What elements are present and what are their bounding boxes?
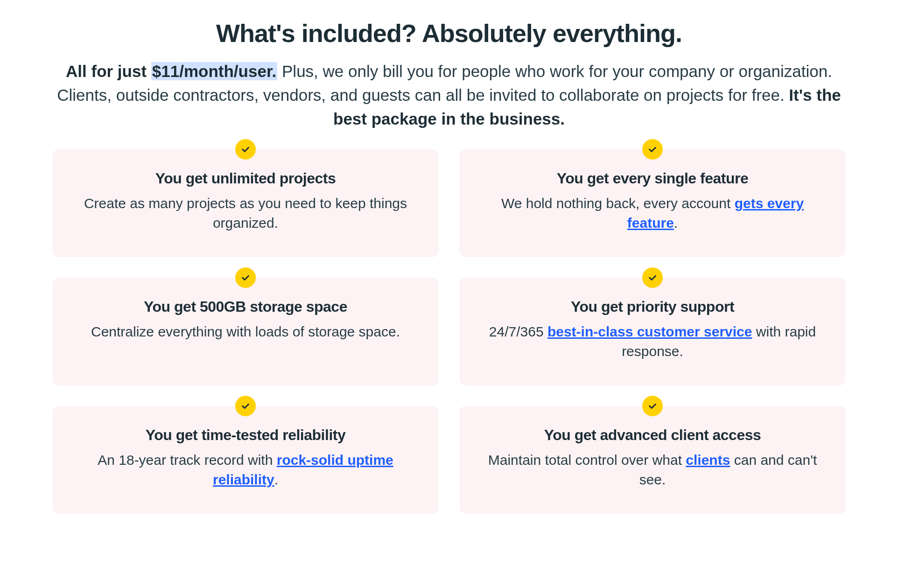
- feature-description: 24/7/365 best-in-class customer service …: [478, 322, 827, 361]
- check-icon: [235, 139, 256, 160]
- feature-card-storage: You get 500GB storage space Centralize e…: [52, 278, 439, 385]
- feature-description: Create as many projects as you need to k…: [71, 194, 420, 233]
- feature-title: You get every single feature: [478, 170, 827, 187]
- feature-card-every-feature: You get every single feature We hold not…: [459, 149, 846, 257]
- clients-link[interactable]: clients: [686, 452, 730, 468]
- feature-grid: You get unlimited projects Create as man…: [52, 149, 846, 514]
- feature-title: You get priority support: [478, 298, 827, 315]
- feature-title: You get advanced client access: [478, 427, 827, 444]
- price-highlight: $11/month/user.: [151, 62, 277, 80]
- feature-title: You get time-tested reliability: [71, 427, 420, 444]
- feature-description: An 18-year track record with rock-solid …: [71, 450, 420, 490]
- customer-service-link[interactable]: best-in-class customer service: [547, 324, 752, 339]
- feature-description: Maintain total control over what clients…: [478, 450, 827, 490]
- feature-card-reliability: You get time-tested reliability An 18-ye…: [52, 406, 439, 514]
- intro-lead: All for just $11/month/user.: [66, 62, 277, 80]
- check-icon: [235, 267, 256, 288]
- check-icon: [235, 396, 256, 416]
- check-icon: [642, 267, 663, 288]
- check-icon: [642, 139, 663, 160]
- feature-card-unlimited-projects: You get unlimited projects Create as man…: [52, 149, 439, 257]
- feature-title: You get unlimited projects: [71, 170, 420, 187]
- feature-description: We hold nothing back, every account gets…: [478, 194, 827, 233]
- feature-card-priority-support: You get priority support 24/7/365 best-i…: [459, 278, 846, 385]
- feature-title: You get 500GB storage space: [71, 298, 420, 315]
- intro-paragraph: All for just $11/month/user. Plus, we on…: [57, 60, 841, 131]
- feature-card-client-access: You get advanced client access Maintain …: [459, 406, 846, 514]
- check-icon: [642, 396, 663, 416]
- feature-description: Centralize everything with loads of stor…: [71, 322, 420, 342]
- page-title: What's included? Absolutely everything.: [52, 19, 846, 48]
